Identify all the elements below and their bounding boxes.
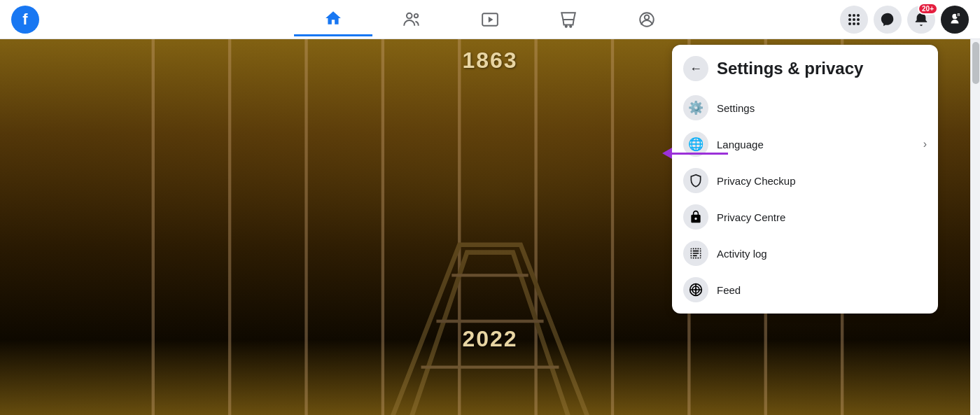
nav-home[interactable]: [294, 3, 372, 36]
svg-point-7: [645, 15, 650, 20]
account-avatar[interactable]: B: [941, 6, 969, 34]
svg-point-5: [570, 25, 571, 27]
svg-marker-3: [489, 16, 493, 22]
svg-point-10: [857, 14, 860, 17]
svg-point-16: [857, 22, 860, 25]
nav-watch[interactable]: [451, 3, 529, 36]
privacy-checkup-icon: [683, 168, 708, 193]
menu-icon-button[interactable]: [840, 6, 868, 34]
main-content: 1863 2022 ← Settings & privacy ⚙️ Settin…: [0, 39, 980, 415]
language-icon: 🌐: [683, 132, 708, 157]
nav-left: f: [11, 6, 179, 34]
privacy-checkup-label: Privacy Checkup: [717, 175, 927, 187]
language-menu-item[interactable]: 🌐 Language ›: [678, 126, 932, 162]
privacy-centre-label: Privacy Centre: [717, 211, 927, 223]
settings-menu-item[interactable]: ⚙️ Settings: [678, 90, 932, 126]
svg-point-13: [857, 18, 860, 21]
svg-point-4: [566, 25, 567, 27]
svg-point-9: [853, 14, 855, 17]
svg-point-8: [848, 14, 851, 17]
panel-header: ← Settings & privacy: [672, 45, 938, 87]
facebook-logo: f: [11, 6, 39, 34]
nav-friends[interactable]: [372, 3, 451, 36]
panel-items-list: ⚙️ Settings 🌐 Language › Privacy Checkup: [672, 87, 938, 314]
nav-center: [179, 3, 801, 36]
nav-groups[interactable]: [608, 3, 686, 36]
messenger-icon-button[interactable]: [874, 6, 902, 34]
activity-log-label: Activity log: [717, 248, 927, 260]
notifications-icon-button[interactable]: 20+: [907, 6, 935, 34]
nav-right: 20+ B: [801, 6, 969, 34]
settings-icon: ⚙️: [683, 95, 708, 120]
privacy-checkup-menu-item[interactable]: Privacy Checkup: [678, 162, 932, 199]
back-button[interactable]: ←: [683, 56, 708, 81]
svg-point-0: [407, 13, 412, 18]
activity-log-menu-item[interactable]: Activity log: [678, 235, 932, 272]
language-label: Language: [717, 139, 915, 150]
nav-marketplace[interactable]: [529, 3, 608, 36]
settings-label: Settings: [717, 102, 927, 114]
year-1863-label: 1863: [462, 48, 517, 73]
svg-text:B: B: [958, 13, 960, 17]
privacy-centre-menu-item[interactable]: Privacy Centre: [678, 199, 932, 235]
svg-point-11: [848, 18, 851, 21]
settings-privacy-dropdown: ← Settings & privacy ⚙️ Settings 🌐 Langu…: [672, 45, 938, 314]
top-navigation: f: [0, 0, 980, 39]
page-scrollbar[interactable]: [970, 39, 980, 415]
language-chevron-icon: ›: [923, 138, 927, 150]
svg-point-15: [853, 22, 855, 25]
privacy-centre-icon: [683, 204, 708, 230]
feed-icon: [683, 277, 708, 302]
panel-title: Settings & privacy: [717, 59, 863, 78]
feed-label: Feed: [717, 284, 927, 296]
scrollbar-thumb: [972, 42, 979, 84]
activity-log-icon: [683, 241, 708, 266]
year-2022-label: 2022: [462, 326, 517, 352]
notifications-badge: 20+: [918, 3, 938, 15]
feed-menu-item[interactable]: Feed: [678, 272, 932, 308]
svg-point-14: [848, 22, 851, 25]
svg-point-1: [414, 13, 418, 17]
svg-point-12: [853, 18, 855, 21]
